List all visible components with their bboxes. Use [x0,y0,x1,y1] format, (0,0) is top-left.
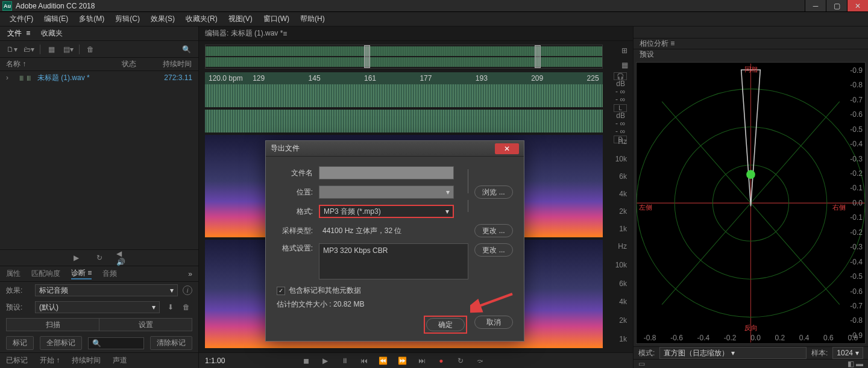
next-icon[interactable]: ⏭ [416,355,428,367]
phase-label-right: 右侧 [832,203,846,212]
phase-analysis-panel: 相位分析 ≡ 预设 同相 反向 左侧 右侧 -0.9-0.8-0.7-0.6-0 [633,27,868,368]
preset-label: 预设 [640,49,654,60]
file-row[interactable]: › ⫼⫼ 未标题 (1).wav * 272:3.11 [0,71,198,84]
scan-button[interactable]: 扫描 [6,318,99,331]
titlebar: Au Adobe Audition CC 2018 ─ ▢ ✕ [0,0,868,12]
delete-icon[interactable]: 🗑 [84,43,96,55]
tab-audio[interactable]: 音频 [102,269,117,279]
waveform-display[interactable] [205,84,603,133]
diag-columns: 已标记 开始 ↑ 持续时间 声道 [0,352,198,368]
files-panel: 文件 ≡ 收藏夹 🗋▾ 🗁▾ ▦ ▤▾ 🗑 🔍 名称 ↑ 状态 持续时间 › ⫼… [0,27,199,368]
save-preset-icon[interactable]: ⬇ [165,301,177,313]
view-icon[interactable]: ▦ [618,59,631,71]
export-dialog: 导出文件 ✕ 文件名 位置: ▾ 浏览 ... 格式: MP3 音频 (*.mp… [265,140,524,341]
new-file-icon[interactable]: 🗋▾ [6,43,18,55]
mini-play-icon[interactable]: ▶ [71,252,83,264]
forward-icon[interactable]: ⏩ [397,355,409,367]
filename-field[interactable] [319,166,454,179]
record-icon[interactable]: ● [435,355,447,367]
phase-label-in: 同相 [744,65,758,74]
phase-title: 相位分析 [640,39,668,49]
menu-edit[interactable]: 编辑(E) [39,13,73,25]
properties-tabs: 属性 匹配响度 诊断 ≡ 音频 » [0,266,198,282]
format-select[interactable]: MP3 音频 (*.mp3)▾ [319,205,454,218]
formatset-label: 格式设置: [277,243,313,254]
cancel-button[interactable]: 取消 [474,316,513,329]
tab-properties[interactable]: 属性 [6,269,20,279]
menu-view[interactable]: 视图(V) [224,13,257,25]
phase-label-out: 反向 [744,323,758,332]
file-duration: 272:3.11 [164,73,192,82]
filename-label: 文件名 [277,168,313,178]
checkbox-label: 包含标记和其他元数据 [289,285,361,296]
effect-label: 效果: [6,285,30,296]
overview-waveform[interactable] [205,45,603,69]
menu-favorites[interactable]: 收藏夹(R) [181,13,222,25]
mode-select[interactable]: 直方图（日志缩放）▾ [659,347,807,359]
location-field[interactable]: ▾ [319,186,454,199]
samples-label: 样本: [811,348,828,358]
menu-multitrack[interactable]: 多轨(M) [74,13,109,25]
sample-value: 44100 Hz 立体声，32 位 [319,226,468,236]
waveform-icon: ⫼⫼ [18,73,33,82]
menu-window[interactable]: 窗口(W) [259,13,294,25]
clear-marks-button[interactable]: 清除标记 [150,336,192,350]
search-icon[interactable]: 🔍 [180,43,192,55]
close-button[interactable]: ✕ [847,0,868,11]
skip-icon[interactable]: ⤼ [474,355,486,367]
menu-help[interactable]: 帮助(H) [295,13,330,25]
change-format-button[interactable]: 更改 ... [474,243,513,257]
loop-icon[interactable]: ↻ [454,355,467,367]
mark-all-button[interactable]: 全部标记 [40,336,82,350]
col-duration[interactable]: 持续时间 [149,59,192,69]
app-icon: Au [2,1,12,11]
format-label: 格式: [277,207,313,217]
insert-icon[interactable]: ▤▾ [62,43,74,55]
delete-preset-icon[interactable]: 🗑 [180,301,192,313]
samples-select[interactable]: 1024▾ [832,347,863,359]
dialog-close-button[interactable]: ✕ [495,143,519,154]
browse-button[interactable]: 浏览 ... [474,186,513,199]
app-title: Adobe Audition CC 2018 [16,2,805,10]
timeline-ruler[interactable]: 120.0 bpm 129 145 161 177 193 209 225 [205,72,603,84]
pause-icon[interactable]: ⏸ [339,355,351,367]
col-status[interactable]: 状态 [111,59,147,69]
settings-button[interactable]: 设置 [99,318,192,331]
multitrack-icon[interactable]: ▦ [45,43,57,55]
phase-scope[interactable]: 同相 反向 左侧 右侧 -0.9-0.8-0.7-0.6-0.5-0.4-0.3… [636,62,866,344]
editor-title: 编辑器: 未标题 (1).wav * [205,28,283,39]
diag-search[interactable]: 🔍 [88,337,144,349]
change-sample-button[interactable]: 更改 ... [474,224,513,237]
files-tab[interactable]: 文件 ≡ [6,27,31,40]
mini-loop-icon[interactable]: ↻ [93,252,105,264]
play-icon[interactable]: ▶ [319,355,332,367]
tab-diagnostics[interactable]: 诊断 ≡ [71,268,92,279]
minimize-button[interactable]: ─ [805,0,826,11]
files-toolbar: 🗋▾ 🗁▾ ▦ ▤▾ 🗑 🔍 [0,41,198,58]
info-icon[interactable]: i [183,285,192,295]
open-file-icon[interactable]: 🗁▾ [23,43,35,55]
location-label: 位置: [277,187,313,198]
menu-effects[interactable]: 效果(S) [146,13,180,25]
menu-file[interactable]: 文件(F) [5,13,38,25]
effect-select[interactable]: 标记音频▾ [35,284,178,296]
tab-loudness[interactable]: 匹配响度 [31,269,60,279]
zoom-icon[interactable]: ⊞ [618,45,631,57]
formatset-box: MP3 320 Kbps CBR [319,243,468,279]
stop-icon[interactable]: ◼ [300,355,312,367]
mark-button[interactable]: 标记 [6,336,34,350]
metadata-checkbox[interactable]: ✓ [277,287,285,295]
menu-clip[interactable]: 剪辑(C) [110,13,145,25]
preset-select[interactable]: (默认)▾ [35,301,160,313]
mode-label: 模式: [638,348,655,358]
ok-button[interactable]: 确定 [426,318,465,331]
sample-label: 采样类型: [277,226,313,236]
col-name[interactable]: 名称 ↑ [6,59,108,69]
favorites-tab[interactable]: 收藏夹 [40,27,64,40]
rewind-icon[interactable]: ⏪ [377,355,389,367]
maximize-button[interactable]: ▢ [826,0,847,11]
expand-icon[interactable]: › [6,73,13,82]
phase-label-left: 左侧 [639,203,652,212]
mini-volume-icon[interactable]: ◀🔊 [116,252,128,264]
prev-icon[interactable]: ⏮ [358,355,370,367]
